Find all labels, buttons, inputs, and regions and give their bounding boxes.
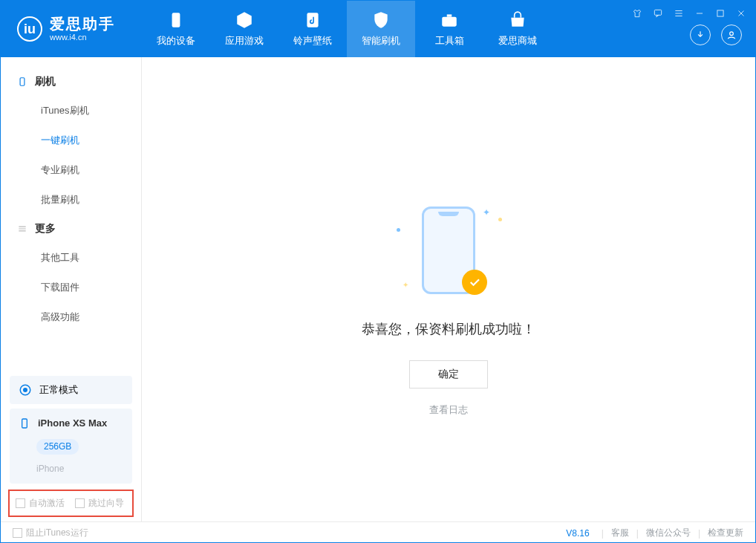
highlight-checkbox-row: 自动激活 跳过向导 (8, 490, 134, 517)
svg-rect-2 (442, 17, 457, 27)
shirt-icon[interactable] (630, 7, 644, 20)
tab-label: 智能刷机 (362, 34, 400, 48)
tab-smart-flash[interactable]: 智能刷机 (347, 1, 415, 57)
tab-toolbox[interactable]: 工具箱 (415, 1, 483, 57)
tab-my-device[interactable]: 我的设备 (142, 1, 210, 57)
sidebar-item-itunes-flash[interactable]: iTunes刷机 (1, 96, 141, 126)
close-icon[interactable] (734, 7, 748, 20)
nav-tabs: 我的设备 应用游戏 铃声壁纸 智能刷机 工具箱 爱思商城 (142, 1, 552, 57)
menu-icon[interactable] (672, 7, 685, 20)
logo-text: 爱思助手 www.i4.cn (50, 16, 115, 42)
checkbox-auto-activate[interactable]: 自动激活 (16, 497, 65, 510)
sidebar-item-advanced[interactable]: 高级功能 (1, 302, 141, 332)
maximize-icon[interactable] (714, 7, 727, 20)
sidebar-item-batch-flash[interactable]: 批量刷机 (1, 185, 141, 215)
sidebar: 刷机 iTunes刷机 一键刷机 专业刷机 批量刷机 更多 其他工具 下载固件 … (1, 57, 142, 521)
group-title-text: 刷机 (35, 75, 56, 88)
device-mode-card[interactable]: 正常模式 (10, 376, 132, 404)
tab-label: 应用游戏 (225, 34, 264, 48)
phone-icon (17, 77, 27, 87)
footer: 阻止iTunes运行 V8.16 | 客服 | 微信公众号 | 检查更新 (1, 521, 755, 543)
separator: | (698, 528, 700, 539)
footer-right: V8.16 | 客服 | 微信公众号 | 检查更新 (566, 527, 743, 539)
window-controls (630, 7, 748, 20)
decor-dot (498, 218, 502, 221)
view-log-link[interactable]: 查看日志 (429, 403, 468, 417)
mode-label: 正常模式 (39, 383, 78, 397)
mode-icon (19, 383, 32, 397)
sidebar-group-flash: 刷机 (1, 68, 141, 96)
sidebar-item-download-firmware[interactable]: 下载固件 (1, 273, 141, 302)
check-badge-icon (462, 270, 487, 295)
sidebar-item-pro-flash[interactable]: 专业刷机 (1, 155, 141, 185)
device-card[interactable]: iPhone XS Max 256GB iPhone (10, 409, 132, 484)
header: iu 爱思助手 www.i4.cn 我的设备 应用游戏 铃声壁纸 智能刷机 工具… (1, 1, 755, 57)
feedback-icon[interactable] (651, 7, 665, 20)
minimize-icon[interactable] (693, 7, 706, 20)
logo[interactable]: iu 爱思助手 www.i4.cn (1, 1, 142, 57)
checkbox-box (75, 498, 85, 508)
tab-store[interactable]: 爱思商城 (483, 1, 552, 57)
sidebar-bottom: 正常模式 iPhone XS Max 256GB iPhone 自动激活 跳过向… (1, 371, 141, 521)
decor-dot (397, 228, 400, 232)
device-type: iPhone (36, 462, 123, 476)
svg-point-6 (730, 32, 734, 36)
tab-label: 铃声壁纸 (293, 34, 332, 48)
version-label: V8.16 (566, 528, 589, 539)
device-icon (166, 10, 186, 30)
svg-rect-0 (172, 13, 180, 27)
sparkle-icon: ✦ (403, 281, 408, 289)
svg-rect-1 (307, 13, 318, 27)
checkbox-skip-guide[interactable]: 跳过向导 (75, 497, 124, 510)
user-button[interactable] (721, 25, 742, 45)
tab-ringtone-wallpaper[interactable]: 铃声壁纸 (278, 1, 347, 57)
header-right-buttons (690, 25, 742, 45)
tab-label: 我的设备 (157, 34, 195, 48)
tab-label: 爱思商城 (498, 34, 537, 48)
separator: | (602, 528, 604, 539)
svg-rect-4 (654, 10, 661, 15)
sidebar-group-more: 更多 (1, 215, 141, 243)
check-update-link[interactable]: 检查更新 (708, 527, 743, 539)
checkbox-label: 跳过向导 (88, 497, 124, 510)
sidebar-item-other-tools[interactable]: 其他工具 (1, 243, 141, 273)
svg-rect-7 (20, 78, 25, 86)
ok-button[interactable]: 确定 (409, 360, 488, 388)
app-title: 爱思助手 (50, 16, 115, 33)
checkbox-label: 自动激活 (29, 497, 65, 510)
list-icon (17, 224, 27, 234)
store-icon (508, 10, 527, 30)
music-icon (303, 10, 322, 30)
tab-label: 工具箱 (435, 34, 464, 48)
body: 刷机 iTunes刷机 一键刷机 专业刷机 批量刷机 更多 其他工具 下载固件 … (1, 57, 755, 521)
svg-point-9 (24, 388, 27, 392)
svg-rect-10 (22, 419, 27, 428)
checkbox-label: 阻止iTunes运行 (26, 527, 88, 539)
device-storage-badge: 256GB (36, 439, 79, 455)
main-content: ✦ ✦ 恭喜您，保资料刷机成功啦！ 确定 查看日志 (142, 57, 755, 521)
success-illustration: ✦ ✦ (389, 198, 508, 302)
sparkle-icon: ✦ (483, 207, 490, 218)
success-message: 恭喜您，保资料刷机成功啦！ (362, 320, 535, 338)
cube-icon (235, 10, 254, 30)
toolbox-icon (440, 10, 459, 30)
group-title-text: 更多 (35, 222, 56, 235)
device-icon (19, 417, 30, 429)
separator: | (636, 528, 639, 539)
svg-rect-5 (717, 10, 723, 16)
logo-icon: iu (17, 16, 42, 42)
sidebar-item-onekey-flash[interactable]: 一键刷机 (1, 126, 141, 155)
support-link[interactable]: 客服 (611, 527, 629, 539)
device-name: iPhone XS Max (38, 416, 107, 432)
checkbox-box (13, 528, 22, 538)
tab-apps-games[interactable]: 应用游戏 (210, 1, 278, 57)
wechat-link[interactable]: 微信公众号 (646, 527, 691, 539)
checkbox-box (16, 498, 25, 508)
shield-icon (371, 10, 391, 30)
app-subtitle: www.i4.cn (50, 33, 115, 42)
checkbox-block-itunes[interactable]: 阻止iTunes运行 (13, 527, 88, 539)
svg-rect-3 (447, 14, 452, 16)
download-button[interactable] (690, 25, 711, 45)
